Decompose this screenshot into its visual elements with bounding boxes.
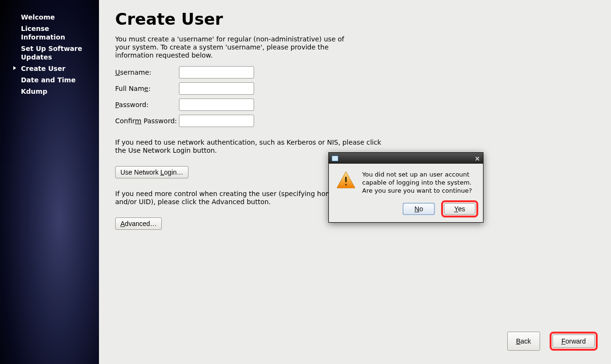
forward-button[interactable]: Forward <box>552 334 595 348</box>
dialog-message: You did not set up an user account capab… <box>362 170 475 195</box>
dialog-yes-highlight: Yes <box>441 200 478 217</box>
sidebar-item-kdump[interactable]: Kdump <box>0 86 99 97</box>
username-input[interactable] <box>179 66 254 79</box>
dialog-yes-button[interactable]: Yes <box>444 203 475 215</box>
setup-sidebar: Welcome License Information Set Up Softw… <box>0 0 99 364</box>
sidebar-item-date-time[interactable]: Date and Time <box>0 74 99 86</box>
username-label: Username: <box>115 69 179 76</box>
confirm-dialog: × You did not set up an user account cap… <box>328 152 483 223</box>
sidebar-item-license[interactable]: License Information <box>0 23 99 43</box>
forward-button-highlight: Forward <box>550 332 598 351</box>
window-icon <box>332 156 338 161</box>
main-content: Create User You must create a 'username'… <box>99 0 611 364</box>
svg-rect-2 <box>345 177 346 182</box>
warning-icon <box>336 170 355 189</box>
password-input[interactable] <box>179 98 254 111</box>
dialog-no-button[interactable]: No <box>403 203 434 215</box>
fullname-label: Full Name: <box>115 85 179 92</box>
use-network-login-button[interactable]: Use Network Login… <box>115 166 188 178</box>
confirm-password-input[interactable] <box>179 115 254 127</box>
sidebar-item-welcome[interactable]: Welcome <box>0 11 99 23</box>
advanced-button[interactable]: Advanced… <box>115 217 162 230</box>
sidebar-item-software-updates[interactable]: Set Up Software Updates <box>0 43 99 63</box>
back-button[interactable]: Back <box>507 332 540 351</box>
dialog-titlebar[interactable]: × <box>329 153 483 164</box>
fullname-input[interactable] <box>179 82 254 95</box>
password-label: Password: <box>115 101 179 108</box>
confirm-password-label: Confirm Password: <box>115 117 179 125</box>
svg-rect-3 <box>345 184 346 185</box>
page-description: You must create a 'username' for regular… <box>115 35 353 59</box>
close-icon[interactable]: × <box>474 155 480 162</box>
page-title: Create User <box>115 10 595 29</box>
sidebar-item-create-user[interactable]: Create User <box>0 63 99 74</box>
